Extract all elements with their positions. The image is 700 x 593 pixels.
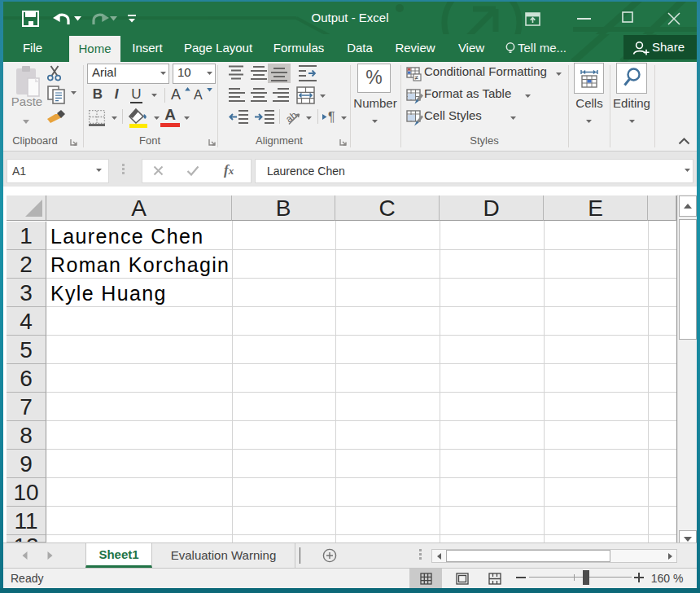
svg-text:¶: ¶ xyxy=(328,110,335,124)
svg-text:ab: ab xyxy=(285,109,300,125)
svg-text:≠: ≠ xyxy=(415,74,419,81)
